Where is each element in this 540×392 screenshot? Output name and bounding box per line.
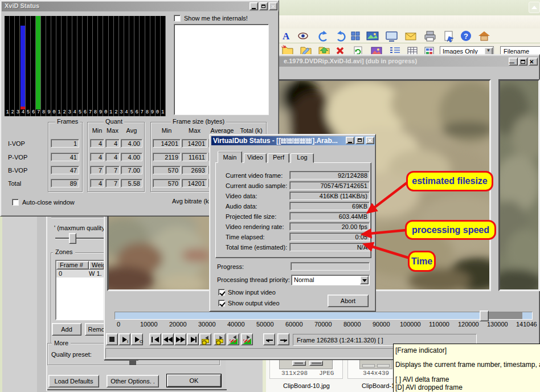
svg-text:?: ? bbox=[464, 32, 468, 40]
svg-text:A: A bbox=[283, 31, 290, 42]
